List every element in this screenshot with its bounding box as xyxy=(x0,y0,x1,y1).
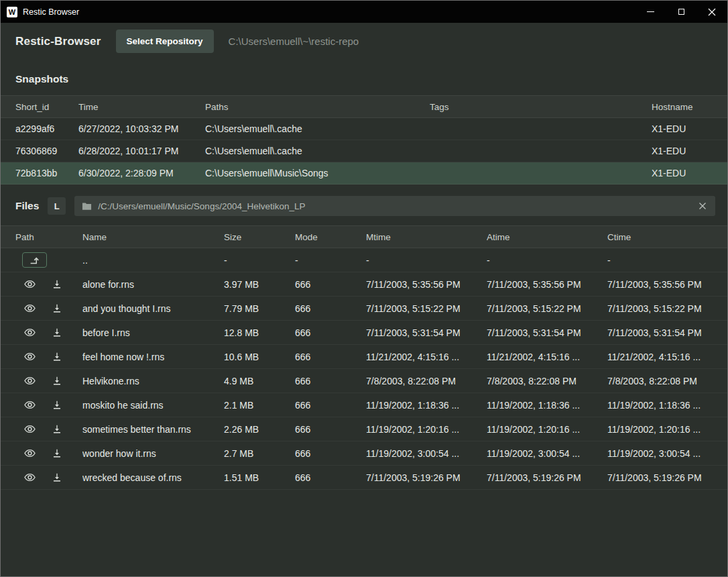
file-atime: 11/21/2002, 4:15:16 ... xyxy=(487,352,607,362)
download-file-button[interactable] xyxy=(48,325,66,340)
close-button[interactable] xyxy=(696,1,727,23)
maximize-button[interactable] xyxy=(666,1,696,23)
download-file-button[interactable] xyxy=(48,470,66,485)
select-repository-button[interactable]: Select Repository xyxy=(116,30,214,53)
download-file-button[interactable] xyxy=(48,398,66,413)
file-size: 2.7 MB xyxy=(224,448,295,459)
eye-icon xyxy=(23,278,36,291)
download-file-button[interactable] xyxy=(48,277,66,292)
file-ctime: 11/19/2002, 1:18:36 ... xyxy=(607,400,713,411)
preview-file-button[interactable] xyxy=(21,398,38,413)
col-paths: Paths xyxy=(205,102,430,112)
snapshot-short-id: a2299af6 xyxy=(15,123,78,134)
eye-icon xyxy=(23,302,36,315)
preview-file-button[interactable] xyxy=(21,470,38,485)
file-name: moskito he said.rns xyxy=(82,400,224,411)
file-actions xyxy=(15,301,82,316)
download-icon xyxy=(52,327,62,338)
eye-icon xyxy=(23,423,36,435)
col-hostname: Hostname xyxy=(652,102,713,112)
app-logo-icon: W xyxy=(7,7,17,17)
minimize-button[interactable] xyxy=(635,1,666,23)
parent-actions xyxy=(15,252,82,268)
file-size: 4.9 MB xyxy=(224,376,295,386)
repository-path: C:\Users\emuell\~\restic-repo xyxy=(229,36,359,47)
file-row[interactable]: Helvikone.rns4.9 MB6667/8/2003, 8:22:08 … xyxy=(1,369,727,393)
close-icon xyxy=(708,8,716,16)
file-name: and you thought I.rns xyxy=(82,303,224,314)
snapshot-row[interactable]: 72b813bb6/30/2022, 2:28:09 PMC:\Users\em… xyxy=(1,162,727,185)
download-file-button[interactable] xyxy=(48,350,66,364)
file-atime: 11/19/2002, 1:18:36 ... xyxy=(487,400,607,411)
files-title: Files xyxy=(15,200,39,212)
preview-file-button[interactable] xyxy=(21,446,38,461)
snapshot-row[interactable]: 763068696/28/2022, 10:01:17 PMC:\Users\e… xyxy=(1,140,727,162)
download-icon xyxy=(52,424,62,435)
download-file-button[interactable] xyxy=(48,301,66,316)
list-mode-button[interactable]: L xyxy=(48,197,66,215)
file-row[interactable]: before I.rns12.8 MB6667/11/2003, 5:31:54… xyxy=(1,321,727,345)
download-file-button[interactable] xyxy=(48,446,66,461)
file-row[interactable]: wonder how it.rns2.7 MB66611/19/2002, 3:… xyxy=(1,441,727,466)
file-name: .. xyxy=(82,255,224,266)
file-ctime: 7/11/2003, 5:35:56 PM xyxy=(607,279,713,290)
file-ctime: - xyxy=(607,255,713,266)
file-row[interactable]: and you thought I.rns7.79 MB6667/11/2003… xyxy=(1,297,727,321)
go-up-button[interactable] xyxy=(22,252,47,268)
col-time: Time xyxy=(78,102,205,112)
eye-icon xyxy=(23,350,36,363)
file-row[interactable]: wrecked because of.rns1.51 MB6667/11/200… xyxy=(1,466,727,490)
preview-file-button[interactable] xyxy=(21,350,38,364)
file-mtime: 7/8/2003, 8:22:08 PM xyxy=(366,376,487,386)
preview-file-button[interactable] xyxy=(21,422,38,437)
file-row[interactable]: sometimes better than.rns2.26 MB66611/19… xyxy=(1,417,727,441)
preview-file-button[interactable] xyxy=(21,301,38,316)
snapshots-section: Snapshots Short_id Time Paths Tags Hostn… xyxy=(1,60,727,185)
download-icon xyxy=(52,303,62,314)
preview-file-button[interactable] xyxy=(21,277,38,292)
file-mtime: 11/19/2002, 3:00:54 ... xyxy=(366,448,487,459)
col-name: Name xyxy=(82,232,224,242)
eye-icon xyxy=(23,374,36,387)
file-mtime: 11/21/2002, 4:15:16 ... xyxy=(366,352,487,362)
col-ctime: Ctime xyxy=(607,232,713,242)
app-header: Restic-Browser Select Repository C:\User… xyxy=(1,23,727,60)
maximize-icon xyxy=(678,9,684,15)
file-mtime: 7/11/2003, 5:19:26 PM xyxy=(366,472,487,483)
file-row[interactable]: moskito he said.rns2.1 MB66611/19/2002, … xyxy=(1,393,727,417)
files-header: Path Name Size Mode Mtime Atime Ctime xyxy=(1,225,727,248)
file-mode: - xyxy=(295,255,366,266)
file-size: 10.6 MB xyxy=(224,352,295,362)
clear-path-button[interactable] xyxy=(697,201,708,211)
file-name: Helvikone.rns xyxy=(82,376,224,386)
file-name: wonder how it.rns xyxy=(82,448,224,459)
window-title: Restic Browser xyxy=(23,7,79,17)
col-short-id: Short_id xyxy=(15,102,78,112)
file-mtime: 7/11/2003, 5:31:54 PM xyxy=(366,327,487,338)
download-file-button[interactable] xyxy=(48,374,66,388)
file-name: wrecked because of.rns xyxy=(82,472,224,483)
file-atime: 11/19/2002, 3:00:54 ... xyxy=(487,448,607,459)
snapshot-time: 6/27/2022, 10:03:32 PM xyxy=(78,123,205,134)
app-window: W Restic Browser Restic-Browser Select R… xyxy=(0,0,728,577)
file-actions xyxy=(15,350,82,364)
download-file-button[interactable] xyxy=(48,422,66,437)
file-ctime: 11/19/2002, 1:20:16 ... xyxy=(607,424,713,435)
snapshot-row[interactable]: a2299af66/27/2022, 10:03:32 PMC:\Users\e… xyxy=(1,118,727,140)
window-controls xyxy=(635,1,727,23)
path-bar[interactable]: /C:/Users/emuell/Music/Songs/2004_Helvet… xyxy=(74,196,715,216)
preview-file-button[interactable] xyxy=(21,325,38,340)
file-row[interactable]: alone for.rns3.97 MB6667/11/2003, 5:35:5… xyxy=(1,272,727,297)
up-arrow-icon xyxy=(29,255,41,265)
current-path: /C:/Users/emuell/Music/Songs/2004_Helvet… xyxy=(98,201,691,211)
file-row[interactable]: feel home now !.rns10.6 MB66611/21/2002,… xyxy=(1,345,727,369)
download-icon xyxy=(52,472,62,483)
file-mode: 666 xyxy=(295,448,366,459)
minimize-icon xyxy=(647,11,654,12)
file-row-parent[interactable]: .. - - - - - xyxy=(1,248,727,272)
preview-file-button[interactable] xyxy=(21,374,38,388)
snapshot-time: 6/28/2022, 10:01:17 PM xyxy=(78,146,205,156)
files-body: alone for.rns3.97 MB6667/11/2003, 5:35:5… xyxy=(1,272,727,490)
file-ctime: 11/19/2002, 3:00:54 ... xyxy=(607,448,713,459)
file-atime: - xyxy=(487,255,607,266)
